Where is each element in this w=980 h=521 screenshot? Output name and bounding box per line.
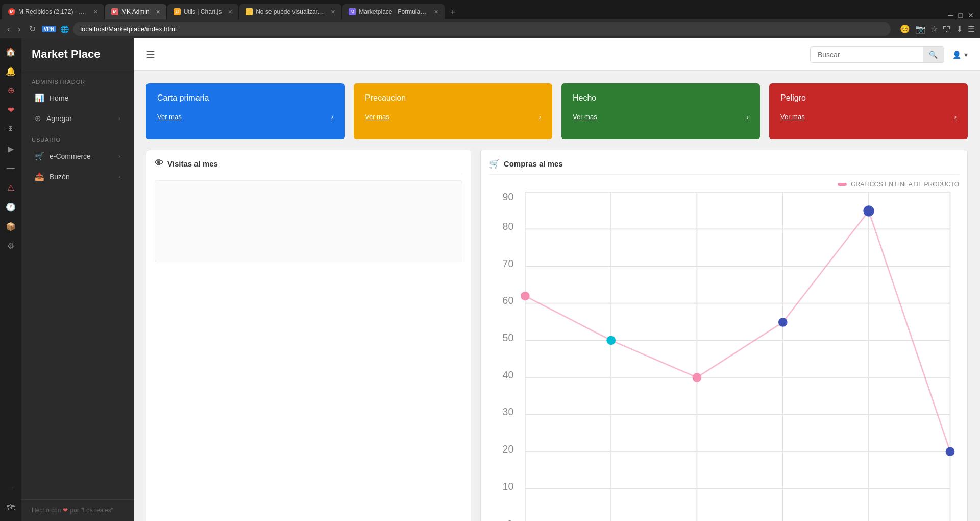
- nav-item-ecommerce[interactable]: 🛒 e-Commerce ›: [24, 147, 131, 166]
- nav-label-home: Home: [50, 94, 68, 102]
- card-link-success[interactable]: Ver mas ›: [573, 113, 749, 121]
- back-button[interactable]: ‹: [5, 22, 12, 36]
- emoji-icon[interactable]: 😊: [900, 24, 910, 34]
- user-arrow: ▾: [964, 51, 968, 59]
- tab-marketplace[interactable]: M Marketplace - Formularios ✕: [342, 4, 445, 19]
- forward-button[interactable]: ›: [16, 22, 22, 36]
- tab-close-mkadmin[interactable]: ✕: [156, 9, 160, 15]
- card-arrow-warning: ›: [539, 113, 541, 121]
- dot-pizza: [606, 336, 616, 345]
- tab-close-gmail[interactable]: ✕: [93, 9, 98, 15]
- line-chart-svg: 0 10 20 30 40 50 60 70 80 90: [489, 191, 959, 521]
- nav-label-buzon: Buzón: [50, 173, 70, 181]
- tab-mkadmin[interactable]: M MK Admin ✕: [105, 4, 166, 19]
- nav-arrow-buzon: ›: [118, 173, 120, 180]
- browser-chrome: M M Recibidos (2.172) - 20193tr... ✕ M M…: [0, 0, 980, 38]
- legend-dot: [838, 183, 847, 186]
- tab-chartjs[interactable]: U Utils | Chart.js ✕: [167, 4, 238, 19]
- dot-snack: [778, 318, 788, 327]
- page-content: Carta primaria Ver mas › Precaucion Ver …: [134, 71, 980, 521]
- nav-item-buzon[interactable]: 📥 Buzón ›: [24, 167, 131, 186]
- charts-row: 👁 Visitas al mes 🛒 Compras al mes GRA: [146, 150, 968, 521]
- icon-alert[interactable]: ⊕: [3, 82, 19, 99]
- card-link-text-warning[interactable]: Ver mas: [365, 113, 389, 121]
- icon-eye[interactable]: 👁: [3, 121, 19, 137]
- minimize-button[interactable]: ─: [948, 11, 953, 19]
- card-title-success: Hecho: [573, 93, 749, 103]
- purchases-panel-title: 🛒 Compras al mes: [489, 158, 959, 175]
- tab-close-no-visualizar[interactable]: ✕: [331, 9, 335, 15]
- card-title-warning: Precaucion: [365, 93, 541, 103]
- nav-icon-home: 📊: [35, 93, 44, 103]
- nav-footer: Hecho con ❤ por "Los reales": [21, 499, 134, 521]
- close-button[interactable]: ✕: [968, 11, 974, 19]
- card-link-warning[interactable]: Ver mas ›: [365, 113, 541, 121]
- icon-minus[interactable]: —: [3, 160, 19, 176]
- screenshot-icon[interactable]: 📷: [915, 24, 925, 34]
- tab-close-marketplace[interactable]: ✕: [434, 9, 438, 15]
- shield-icon[interactable]: 🛡: [943, 25, 951, 34]
- download-icon[interactable]: ⬇: [956, 24, 963, 34]
- new-tab-button[interactable]: +: [446, 5, 460, 19]
- nav-item-agregar[interactable]: ⊕ Agregar ›: [24, 109, 131, 128]
- vpn-badge: VPN: [42, 26, 57, 32]
- icon-clock[interactable]: 🕐: [3, 199, 19, 215]
- tab-close-chartjs[interactable]: ✕: [228, 9, 232, 15]
- browser-actions: 😊 📷 ☆ 🛡 ⬇ ☰: [900, 24, 975, 34]
- dot-yogurt: [863, 205, 874, 216]
- card-link-text-success[interactable]: Ver mas: [573, 113, 597, 121]
- bookmark-icon[interactable]: ☆: [930, 24, 938, 34]
- icon-warning[interactable]: ⚠: [3, 179, 19, 196]
- tab-label-mkadmin: MK Admin: [121, 8, 150, 15]
- url-input[interactable]: [73, 22, 891, 36]
- purchases-icon: 🛒: [489, 158, 500, 169]
- reload-button[interactable]: ↻: [27, 22, 38, 36]
- card-arrow-danger: ›: [954, 113, 957, 121]
- icon-play[interactable]: ▶: [3, 140, 19, 157]
- nav-icon-buzon: 📥: [35, 172, 44, 181]
- hamburger-icon[interactable]: ☰: [146, 49, 155, 61]
- card-link-text-primary[interactable]: Ver mas: [157, 113, 182, 121]
- tab-no-visualizar[interactable]: No se puede visualizar 2 d... ✕: [239, 4, 341, 19]
- user-icon: 👤: [952, 51, 961, 59]
- card-link-danger[interactable]: Ver mas ›: [780, 113, 957, 121]
- card-link-primary[interactable]: Ver mas ›: [157, 113, 333, 121]
- icon-home[interactable]: 🏠: [3, 43, 19, 60]
- user-menu[interactable]: 👤 ▾: [952, 51, 968, 59]
- footer-text2: por "Los reales": [70, 507, 113, 514]
- footer-text: Hecho con: [32, 507, 61, 514]
- section-label-admin: ADMINISTRADOR: [21, 70, 134, 88]
- section-label-usuario: USUARIO: [21, 129, 134, 146]
- svg-text:20: 20: [502, 443, 513, 455]
- card-arrow-primary: ›: [331, 113, 333, 121]
- icon-box[interactable]: 📦: [3, 218, 19, 234]
- svg-text:10: 10: [502, 481, 513, 492]
- tab-icon-mkadmin: M: [111, 8, 118, 15]
- address-bar: ‹ › ↻ VPN 🌐 😊 📷 ☆ 🛡 ⬇ ☰: [0, 19, 980, 38]
- card-arrow-success: ›: [747, 113, 749, 121]
- nav-icon-agregar: ⊕: [35, 114, 41, 123]
- icon-heart[interactable]: ❤: [3, 102, 19, 118]
- maximize-button[interactable]: □: [959, 11, 963, 19]
- icon-bell[interactable]: 🔔: [3, 63, 19, 79]
- card-title-danger: Peligro: [780, 93, 957, 103]
- icon-sidebar: 🏠 🔔 ⊕ ❤ 👁 ▶ — ⚠ 🕐 📦 ⚙ — 🗺: [0, 38, 21, 521]
- nav-item-home[interactable]: 📊 Home: [24, 88, 131, 108]
- tab-gmail[interactable]: M M Recibidos (2.172) - 20193tr... ✕: [2, 4, 104, 19]
- card-link-text-danger[interactable]: Ver mas: [780, 113, 805, 121]
- icon-map[interactable]: 🗺: [3, 500, 19, 516]
- icon-line: —: [3, 480, 19, 496]
- tabs-bar: M M Recibidos (2.172) - 20193tr... ✕ M M…: [0, 0, 980, 19]
- app-wrapper: 🏠 🔔 ⊕ ❤ 👁 ▶ — ⚠ 🕐 📦 ⚙ — 🗺 Market Place A…: [0, 38, 980, 521]
- search-input[interactable]: [811, 48, 923, 62]
- search-button[interactable]: 🔍: [923, 47, 944, 62]
- nav-arrow-agregar: ›: [118, 115, 120, 122]
- icon-settings[interactable]: ⚙: [3, 238, 19, 254]
- tab-icon-chartjs: U: [174, 8, 181, 15]
- chart-legend: GRAFICOS EN LINEA DE PRODUCTO: [489, 181, 959, 188]
- svg-text:70: 70: [502, 258, 513, 269]
- search-box: 🔍: [810, 46, 944, 63]
- extensions-icon[interactable]: ☰: [968, 24, 975, 34]
- svg-text:0: 0: [507, 518, 512, 521]
- visits-chart-placeholder: [155, 180, 462, 262]
